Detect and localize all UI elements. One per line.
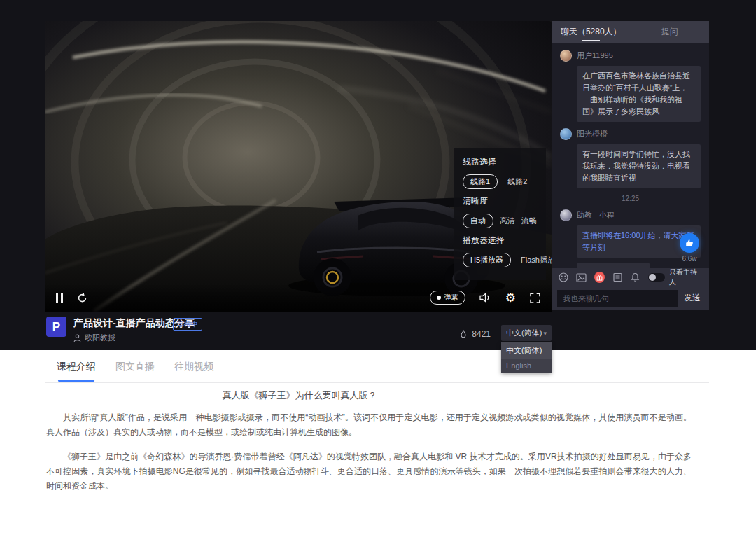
chat-input-row: 发送 [552, 286, 709, 310]
tabs-divider [45, 382, 709, 383]
heat-counter: 8421 [459, 329, 491, 339]
article-paragraph-2: 《狮子王》是由之前《奇幻森林》的导演乔恩·费儒带着曾经《阿凡达》的视觉特效团队，… [46, 450, 692, 494]
volume-icon[interactable] [479, 293, 491, 303]
toggle-knob [649, 274, 656, 281]
flash-player-option[interactable]: Flash播放器 [521, 255, 552, 265]
pause-button[interactable] [56, 293, 63, 303]
language-option-zh[interactable]: 中文(简体) [501, 342, 552, 359]
like-button[interactable] [680, 233, 699, 253]
language-select[interactable]: 中文(简体) ▾ [501, 325, 552, 341]
like-count: 6.6w [680, 255, 699, 263]
flame-icon [459, 329, 468, 339]
person-icon [74, 334, 81, 342]
line1-option[interactable]: 线路1 [463, 174, 498, 189]
tab-past-videos[interactable]: 往期视频 [174, 361, 214, 382]
heat-count: 8421 [472, 329, 491, 339]
danmaku-dot [437, 296, 441, 300]
language-menu: 中文(简体) English [501, 342, 552, 373]
bell-icon[interactable] [630, 272, 640, 283]
chat-message: 用户11995 在广西百色市隆林各族自治县近日举办的“百村千人山歌赛”上，一曲别… [560, 50, 701, 122]
danmaku-label: 弹幕 [444, 293, 458, 303]
instructor-row: 欧阳教授 [74, 333, 115, 343]
avatar [560, 50, 572, 62]
chat-timestamp: 12:25 [560, 195, 701, 202]
instructor-name: 欧阳教授 [85, 333, 115, 343]
course-logo: P [46, 317, 66, 337]
chat-toolbar: 只看主持人 [552, 268, 709, 286]
fullscreen-icon[interactable] [530, 293, 540, 303]
danmaku-toggle[interactable]: 弹幕 [430, 291, 465, 305]
checklist-icon[interactable] [612, 272, 622, 283]
chat-bubble: 在广西百色市隆林各族自治县近日举办的“百村千人山歌赛”上，一曲别样动听的《我和我… [577, 66, 701, 122]
quality-auto-option[interactable]: 自动 [463, 214, 493, 228]
send-button[interactable]: 发送 [684, 292, 704, 304]
status-badge: 等待中 [173, 318, 202, 331]
thumbs-up-icon [685, 238, 694, 248]
avatar [560, 128, 572, 140]
content-tabs: 课程介绍 图文直播 往期视频 [57, 361, 214, 382]
tab-live-text[interactable]: 图文直播 [115, 361, 155, 382]
player-select-title: 播放器选择 [463, 235, 537, 246]
chat-message: 阳光橙橙 有一段时间同学们特忙，没人找我玩来，我觉得特没劲，电视看的我眼睛直近视 [560, 128, 701, 188]
quality-title: 清晰度 [463, 195, 537, 207]
chat-bubble-assistant: 同学们请准时到位 [577, 263, 650, 268]
refresh-icon[interactable] [77, 293, 88, 303]
gear-icon[interactable]: ⚙ [505, 292, 516, 304]
article-body: 其实所谓“真人版”作品，是说采用一种电影摄影或摄录，而不使用“动画技术”。该词不… [46, 410, 692, 496]
chat-username: 用户11995 [577, 50, 613, 61]
emoji-icon[interactable] [559, 272, 568, 283]
chevron-down-icon: ▾ [543, 330, 547, 337]
video-player[interactable]: 线路选择 线路1 线路2 清晰度 自动 高清 流畅 播放器选择 H5播放器 Fl… [45, 21, 552, 312]
only-host-label: 只看主持人 [669, 268, 702, 287]
tab-chat[interactable]: 聊天（5280人） [552, 21, 631, 43]
language-option-en[interactable]: English [501, 359, 552, 373]
dark-header-section: 线路选择 线路1 线路2 清晰度 自动 高清 流畅 播放器选择 H5播放器 Fl… [0, 0, 756, 350]
article-paragraph-1: 其实所谓“真人版”作品，是说采用一种电影摄影或摄录，而不使用“动画技术”。该词不… [46, 410, 692, 440]
avatar [560, 209, 572, 221]
chat-username: 阳光橙橙 [577, 129, 608, 139]
h5-player-option[interactable]: H5播放器 [463, 253, 511, 268]
line-select-title: 线路选择 [463, 156, 537, 168]
gift-icon[interactable] [594, 272, 605, 283]
chat-panel: 聊天（5280人） 提问 用户11995 在广西百色市隆林各族自治县近日举办的“… [552, 21, 709, 310]
article-title: 真人版《狮子王》为什么要叫真人版？ [45, 389, 554, 402]
video-control-bar: 弹幕 ⚙ [45, 284, 552, 312]
only-host-toggle[interactable] [648, 273, 665, 282]
chat-bubble: 有一段时间同学们特忙，没人找我玩来，我觉得特没劲，电视看的我眼睛直近视 [577, 144, 701, 188]
page: 线路选择 线路1 线路2 清晰度 自动 高清 流畅 播放器选择 H5播放器 Fl… [0, 0, 756, 535]
course-info-row: P 产品设计-直播产品动态分享 等待中 欧阳教授 8421 [45, 316, 709, 344]
chat-username: 助教 - 小程 [577, 210, 615, 221]
quality-hd-option[interactable]: 高清 [500, 216, 515, 226]
chat-input[interactable] [557, 290, 678, 307]
image-icon[interactable] [576, 272, 587, 283]
chat-messages: 用户11995 在广西百色市隆林各族自治县近日举办的“百村千人山歌赛”上，一曲别… [552, 43, 709, 268]
tab-question[interactable]: 提问 [631, 21, 710, 43]
player-settings-panel: 线路选择 线路1 线路2 清晰度 自动 高清 流畅 播放器选择 H5播放器 Fl… [454, 148, 546, 280]
line2-option[interactable]: 线路2 [507, 176, 527, 187]
quality-smooth-option[interactable]: 流畅 [522, 216, 537, 226]
language-selected: 中文(简体) [506, 328, 542, 338]
tab-course-intro[interactable]: 课程介绍 [57, 361, 96, 382]
like-widget: 6.6w [680, 233, 699, 263]
chat-header: 聊天（5280人） 提问 [552, 21, 709, 43]
